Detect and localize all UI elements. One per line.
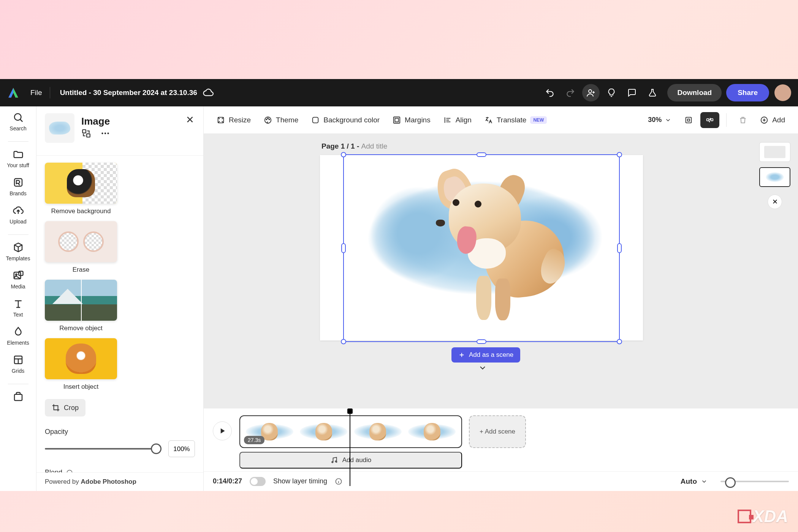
download-button[interactable]: Download [667,84,722,101]
show-layer-timing-toggle[interactable] [250,477,266,486]
align-button[interactable]: Align [438,112,477,128]
info-icon[interactable] [66,469,73,473]
add-scene-button[interactable]: + Add scene [469,415,526,448]
adobe-logo-icon [7,86,20,99]
nav-elements[interactable]: Elements [3,326,33,346]
svg-point-0 [589,90,592,93]
nav-search[interactable]: Search [3,112,33,131]
time-display: 0:14/0:27 [213,477,242,485]
top-bar: File Untitled - 30 September 2024 at 23.… [0,79,798,106]
expand-chevron-icon[interactable] [478,363,487,372]
crop-label: Crop [64,404,79,412]
animate-toggle-button[interactable] [700,112,719,128]
svg-point-11 [104,133,106,134]
play-button[interactable] [213,421,232,440]
nav-label: Media [11,283,25,290]
nav-more[interactable] [3,391,33,402]
file-menu[interactable]: File [27,86,46,99]
scene-strip[interactable]: 27.3s [239,415,462,448]
context-toolbar: Resize Theme Background color Margins Al… [204,106,798,134]
nav-grids[interactable]: Grids [3,354,33,374]
selection-box[interactable] [343,154,620,342]
playhead[interactable] [350,410,350,486]
nav-media[interactable]: Media [3,270,33,290]
tool-remove-object[interactable]: Remove object [45,280,117,332]
info-icon[interactable] [335,478,342,485]
nav-brands[interactable]: Brands [3,177,33,196]
document-title[interactable]: Untitled - 30 September 2024 at 23.10.36 [60,89,197,97]
opacity-value-input[interactable]: 100% [168,440,195,457]
tool-erase[interactable]: Erase [45,221,117,274]
tool-label: Erase [73,266,89,274]
svg-rect-25 [707,119,709,121]
nav-text[interactable]: Text [3,298,33,318]
add-audio-button[interactable]: Add audio [239,452,462,469]
crop-button[interactable]: Crop [45,399,86,416]
plus-icon [458,352,465,358]
comment-button[interactable] [623,84,641,101]
timeline-zoom-slider[interactable] [720,481,789,482]
add-button[interactable]: Add [755,112,790,128]
zoom-dropdown[interactable]: 30% [643,112,677,128]
chevron-down-icon [665,117,671,124]
divider [50,87,50,98]
cloud-sync-icon[interactable] [203,87,214,98]
svg-point-17 [266,119,267,120]
svg-rect-26 [711,119,713,121]
tool-insert-object[interactable]: Insert object [45,338,117,391]
beaker-button[interactable] [644,84,661,101]
fit-view-button[interactable] [679,112,698,128]
svg-rect-22 [395,118,399,122]
share-button[interactable]: Share [726,84,769,101]
tool-label: Insert object [63,383,99,391]
replace-image-button[interactable] [81,128,91,138]
opacity-slider[interactable] [45,448,162,450]
page-title-placeholder[interactable]: Add title [361,142,388,150]
svg-rect-7 [14,394,22,401]
nav-upload[interactable]: Upload [3,205,33,225]
background-color-button[interactable]: Background color [306,112,385,128]
redo-button[interactable] [562,84,579,101]
resize-handle-tr[interactable] [617,152,622,157]
close-thumbnails-button[interactable]: ✕ [768,195,782,209]
invite-user-button[interactable] [582,84,600,101]
svg-point-4 [16,274,17,276]
svg-point-12 [107,133,109,134]
margins-button[interactable]: Margins [387,112,436,128]
resize-handle-b[interactable] [477,339,486,344]
nav-label: Text [13,312,23,318]
resize-handle-br[interactable] [617,339,622,344]
resize-handle-t[interactable] [477,152,486,157]
nav-your-stuff[interactable]: Your stuff [3,149,33,168]
resize-button[interactable]: Resize [211,112,256,128]
svg-rect-8 [82,130,86,133]
page-indicator[interactable]: Page 1 / 1 - Add title [321,142,387,150]
user-avatar[interactable] [774,84,791,101]
tool-remove-background[interactable]: Remove background [45,163,117,215]
undo-button[interactable] [541,84,559,101]
nav-label: Grids [12,368,24,374]
svg-point-1 [14,114,21,120]
svg-rect-21 [394,117,400,123]
resize-handle-bl[interactable] [341,339,346,344]
nav-templates[interactable]: Templates [3,242,33,261]
svg-rect-9 [87,134,90,137]
resize-handle-tl[interactable] [341,152,346,157]
canvas-area[interactable]: Page 1 / 1 - Add title [204,134,798,408]
more-options-button[interactable] [100,128,110,138]
page-thumbnail-selected[interactable] [759,167,790,187]
selected-layer-thumbnail [45,113,74,143]
timeline-zoom-auto[interactable]: Auto [675,473,713,489]
resize-handle-r[interactable] [617,243,622,253]
music-icon [330,456,338,464]
theme-button[interactable]: Theme [258,112,304,128]
resize-handle-l[interactable] [341,243,346,253]
add-as-scene-button[interactable]: Add as a scene [451,347,520,363]
page-thumbnail[interactable] [759,142,790,162]
svg-rect-2 [14,179,22,186]
translate-button[interactable]: TranslateNEW [479,112,553,128]
close-panel-button[interactable]: ✕ [184,113,196,126]
hint-button[interactable] [603,84,620,101]
delete-button[interactable] [733,112,752,128]
page-thumbnails: ✕ [759,142,790,209]
